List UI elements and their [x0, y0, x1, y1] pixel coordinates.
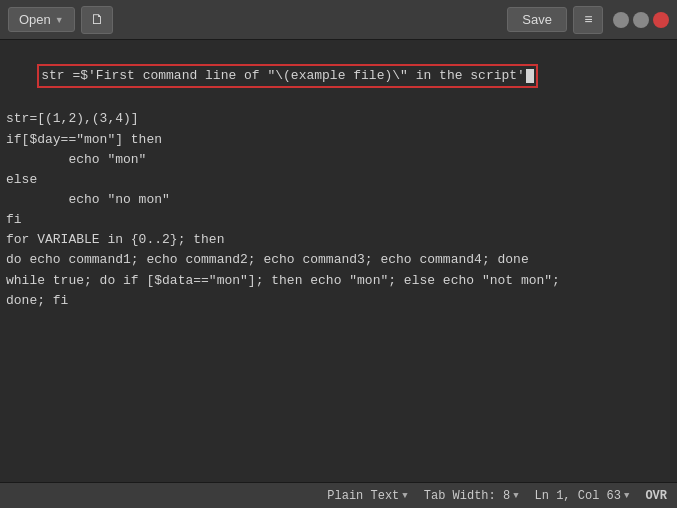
code-line-11: done; fi: [6, 291, 671, 311]
toolbar-left: Open ▼ 🗋: [8, 6, 113, 34]
code-line-2: str=[(1,2),(3,4)]: [6, 109, 671, 129]
ovr-label: OVR: [645, 489, 667, 503]
menu-button[interactable]: ≡: [573, 6, 603, 34]
maximize-button[interactable]: [633, 12, 649, 28]
minimize-button[interactable]: [613, 12, 629, 28]
open-label: Open: [19, 12, 51, 27]
tab-width-label: Tab Width: 8: [424, 489, 510, 503]
save-button[interactable]: Save: [507, 7, 567, 32]
hamburger-icon: ≡: [584, 12, 591, 28]
code-line-5: else: [6, 170, 671, 190]
text-cursor: [526, 69, 534, 83]
plain-text-dropdown-arrow: ▼: [402, 491, 407, 501]
plain-text-label: Plain Text: [327, 489, 399, 503]
code-line-8: for VARIABLE in {0..2}; then: [6, 230, 671, 250]
tab-width-dropdown-arrow: ▼: [513, 491, 518, 501]
position-dropdown-arrow: ▼: [624, 491, 629, 501]
ovr-indicator: OVR: [645, 489, 667, 503]
file-icon-button[interactable]: 🗋: [81, 6, 113, 34]
editor-area[interactable]: str =$'First command line of "\(example …: [0, 40, 677, 482]
code-line-9: do echo command1; echo command2; echo co…: [6, 250, 671, 270]
code-line-1: str =$'First command line of "\(example …: [6, 44, 671, 109]
open-button[interactable]: Open ▼: [8, 7, 75, 32]
plain-text-selector[interactable]: Plain Text ▼: [327, 489, 407, 503]
code-line-3: if[$day=="mon"] then: [6, 130, 671, 150]
code-line-4: echo "mon": [6, 150, 671, 170]
toolbar: Open ▼ 🗋 Save ≡: [0, 0, 677, 40]
cursor-position: Ln 1, Col 63 ▼: [535, 489, 630, 503]
code-line-6: echo "no mon": [6, 190, 671, 210]
window-controls: [613, 12, 669, 28]
toolbar-right: Save ≡: [507, 6, 669, 34]
statusbar: Plain Text ▼ Tab Width: 8 ▼ Ln 1, Col 63…: [0, 482, 677, 508]
selected-line: str =$'First command line of "\(example …: [37, 64, 538, 88]
open-dropdown-arrow: ▼: [55, 15, 64, 25]
close-button[interactable]: [653, 12, 669, 28]
tab-width-selector[interactable]: Tab Width: 8 ▼: [424, 489, 519, 503]
file-icon: 🗋: [90, 12, 104, 28]
code-line-7: fi: [6, 210, 671, 230]
save-label: Save: [522, 12, 552, 27]
position-label: Ln 1, Col 63: [535, 489, 621, 503]
code-line-10: while true; do if [$data=="mon"]; then e…: [6, 271, 671, 291]
